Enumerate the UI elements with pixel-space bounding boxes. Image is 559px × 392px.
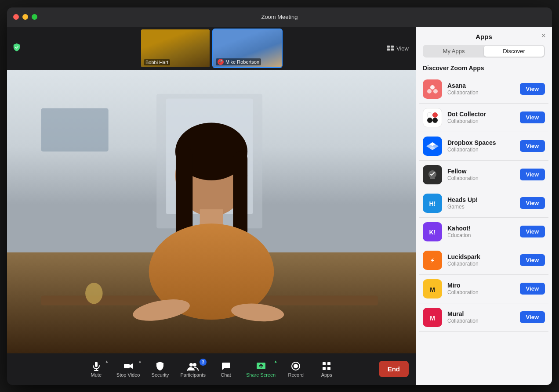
app-item-fellow: Fellow Collaboration View xyxy=(419,161,548,189)
app-item-mural: M Mural Collaboration View xyxy=(419,303,548,332)
lucidspark-icon xyxy=(423,251,442,270)
dropbox-info: Dropbox Spaces Collaboration xyxy=(447,139,515,153)
svg-text:M: M xyxy=(430,315,435,322)
view-grid-icon xyxy=(387,46,394,51)
lucidspark-category: Collaboration xyxy=(447,261,515,267)
record-button[interactable]: Record xyxy=(282,357,310,381)
app-item-miro: M Miro Collaboration View xyxy=(419,275,548,303)
thumbnail-bobbi[interactable]: Bobbi Hart xyxy=(140,29,211,68)
titlebar: Zoom Meeting xyxy=(7,7,552,27)
svg-rect-36 xyxy=(323,362,326,365)
kahoot-view-button[interactable]: View xyxy=(520,226,545,237)
miro-name: Miro xyxy=(447,282,515,289)
chat-button[interactable]: Chat xyxy=(212,357,240,381)
mute-button[interactable]: ▲ Mute xyxy=(82,357,110,381)
apps-close-button[interactable]: × xyxy=(541,32,546,40)
apps-tabs: My Apps Discover xyxy=(423,45,545,58)
fellow-info: Fellow Collaboration xyxy=(447,168,515,181)
stop-video-button[interactable]: ▲ Stop Video xyxy=(113,357,144,381)
svg-point-32 xyxy=(193,363,196,367)
main-video-scene xyxy=(7,70,416,353)
mural-view-button[interactable]: View xyxy=(520,311,545,323)
record-label: Record xyxy=(288,372,303,378)
svg-text:H!: H! xyxy=(429,200,436,207)
window-title: Zoom Meeting xyxy=(261,14,298,20)
thumbnail-mike[interactable]: 🎤 Mike Robertson xyxy=(212,29,283,68)
tab-discover[interactable]: Discover xyxy=(484,46,544,57)
kahoot-icon: K! xyxy=(423,222,442,241)
dropbox-icon xyxy=(423,137,442,156)
maximize-button[interactable] xyxy=(32,14,37,20)
kahoot-name: Kahoot! xyxy=(447,225,515,232)
asana-view-button[interactable]: View xyxy=(520,83,545,95)
mural-info: Mural Collaboration xyxy=(447,310,515,324)
main-video xyxy=(7,70,416,353)
security-shield-icon xyxy=(155,361,165,371)
participants-label: Participants xyxy=(180,372,205,378)
apps-button[interactable]: Apps xyxy=(312,357,341,381)
dot-collector-info: Dot Collector Collaboration xyxy=(447,111,515,124)
zoom-window: Zoom Meeting xyxy=(7,7,552,385)
minimize-button[interactable] xyxy=(22,14,28,20)
mute-indicator-icon: 🎤 xyxy=(218,59,224,65)
mural-category: Collaboration xyxy=(447,318,515,324)
video-camera-icon xyxy=(123,361,134,371)
share-screen-label: Share Screen xyxy=(246,372,276,378)
thumbnails-row: Bobbi Hart xyxy=(7,27,416,70)
miro-view-button[interactable]: View xyxy=(520,283,545,295)
video-area: Bobbi Hart xyxy=(7,27,416,385)
svg-rect-16 xyxy=(41,108,108,151)
fellow-view-button[interactable]: View xyxy=(520,169,545,180)
fellow-icon xyxy=(423,165,442,184)
svg-rect-10 xyxy=(387,49,390,51)
miro-info: Miro Collaboration xyxy=(447,282,515,295)
svg-point-42 xyxy=(433,89,438,94)
kahoot-info: Kahoot! Education xyxy=(447,225,515,238)
svg-rect-8 xyxy=(387,46,390,48)
thumb-label-bobbi: Bobbi Hart xyxy=(144,59,170,65)
dropbox-view-button[interactable]: View xyxy=(520,140,545,152)
mural-icon: M xyxy=(423,308,442,327)
svg-point-45 xyxy=(427,118,432,123)
chat-icon xyxy=(221,361,231,371)
microphone-icon xyxy=(91,361,102,371)
participants-icon xyxy=(187,361,199,371)
svg-point-43 xyxy=(427,112,432,118)
dot-collector-category: Collaboration xyxy=(447,118,515,124)
svg-rect-22 xyxy=(233,151,247,238)
svg-rect-11 xyxy=(391,49,394,51)
svg-point-46 xyxy=(432,118,438,123)
mute-caret-icon[interactable]: ▲ xyxy=(105,360,109,363)
participants-button[interactable]: 3 Participants xyxy=(177,357,209,381)
apps-list: Asana Collaboration View xyxy=(416,75,552,385)
apps-grid-icon xyxy=(321,361,332,371)
svg-rect-38 xyxy=(323,367,326,370)
security-label: Security xyxy=(152,372,169,378)
asana-name: Asana xyxy=(447,82,515,89)
end-button[interactable]: End xyxy=(379,361,409,377)
svg-rect-30 xyxy=(124,364,130,368)
app-item-lucidspark: Lucidspark Collaboration View xyxy=(419,246,548,275)
security-button[interactable]: Security xyxy=(146,357,174,381)
video-caret-icon[interactable]: ▲ xyxy=(138,360,142,363)
tab-my-apps[interactable]: My Apps xyxy=(424,46,484,57)
app-item-headsup: H! Heads Up! Games View xyxy=(419,189,548,218)
traffic-lights xyxy=(13,14,37,20)
app-item-kahoot: K! Kahoot! Education View xyxy=(419,218,548,246)
chat-label: Chat xyxy=(221,372,231,378)
thumb-label-mike: 🎤 Mike Robertson xyxy=(216,58,261,65)
headsup-view-button[interactable]: View xyxy=(520,197,545,209)
apps-panel: Apps × My Apps Discover Discover Zoom Ap… xyxy=(416,27,552,385)
view-button[interactable]: View xyxy=(387,45,409,51)
dot-collector-view-button[interactable]: View xyxy=(520,111,545,123)
svg-point-44 xyxy=(432,112,438,118)
dropbox-name: Dropbox Spaces xyxy=(447,139,515,146)
lucidspark-view-button[interactable]: View xyxy=(520,254,545,266)
toolbar: ▲ Mute ▲ Stop Video xyxy=(7,353,416,385)
asana-category: Collaboration xyxy=(447,90,515,96)
share-caret-icon[interactable]: ▲ xyxy=(274,360,277,363)
close-button[interactable] xyxy=(13,14,19,20)
share-screen-icon xyxy=(256,361,266,371)
headsup-icon: H! xyxy=(423,194,442,213)
share-screen-button[interactable]: ▲ Share Screen xyxy=(243,357,279,381)
